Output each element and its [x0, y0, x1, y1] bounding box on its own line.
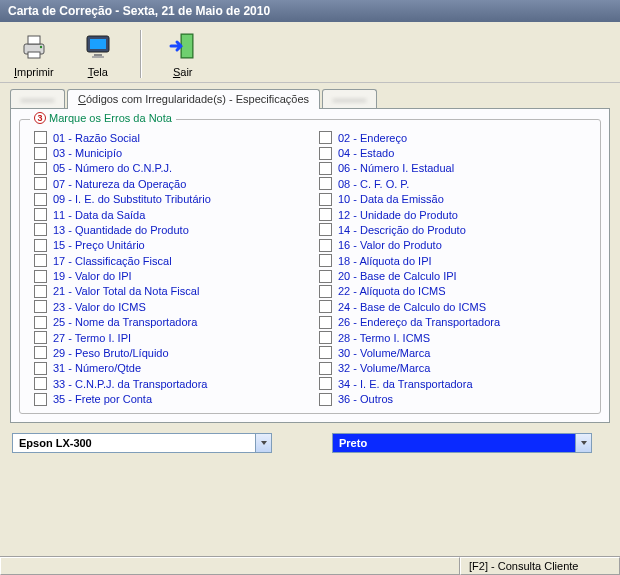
- error-item[interactable]: 36 - Outros: [319, 391, 594, 406]
- checkbox-icon[interactable]: [319, 346, 332, 359]
- checkbox-icon[interactable]: [34, 239, 47, 252]
- error-item[interactable]: 19 - Valor do IPI: [34, 268, 309, 283]
- checkbox-icon[interactable]: [319, 300, 332, 313]
- checkbox-icon[interactable]: [34, 254, 47, 267]
- svg-point-3: [40, 46, 42, 48]
- error-item[interactable]: 11 - Data da Saída: [34, 207, 309, 222]
- checkbox-icon[interactable]: [34, 208, 47, 221]
- error-label: 12 - Unidade do Produto: [338, 209, 458, 221]
- error-item[interactable]: 02 - Endereço: [319, 130, 594, 145]
- checkbox-icon[interactable]: [34, 331, 47, 344]
- checkbox-icon[interactable]: [319, 131, 332, 144]
- checkbox-icon[interactable]: [34, 346, 47, 359]
- checkbox-icon[interactable]: [319, 377, 332, 390]
- error-item[interactable]: 14 - Descrição do Produto: [319, 222, 594, 237]
- checkbox-icon[interactable]: [319, 223, 332, 236]
- chevron-down-icon[interactable]: [575, 434, 591, 452]
- error-item[interactable]: 09 - I. E. do Substituto Tributário: [34, 192, 309, 207]
- color-combo[interactable]: Preto: [332, 433, 592, 453]
- error-item[interactable]: 25 - Nome da Transportadora: [34, 315, 309, 330]
- checkbox-icon[interactable]: [34, 316, 47, 329]
- error-label: 29 - Peso Bruto/Líquido: [53, 347, 169, 359]
- error-item[interactable]: 23 - Valor do ICMS: [34, 299, 309, 314]
- checkbox-icon[interactable]: [319, 177, 332, 190]
- checkbox-icon[interactable]: [319, 285, 332, 298]
- tab-3[interactable]: ———: [322, 89, 377, 108]
- error-item[interactable]: 04 - Estado: [319, 145, 594, 160]
- error-item[interactable]: 10 - Data da Emissão: [319, 192, 594, 207]
- checkbox-icon[interactable]: [34, 177, 47, 190]
- checkbox-icon[interactable]: [319, 208, 332, 221]
- error-item[interactable]: 35 - Frete por Conta: [34, 391, 309, 406]
- error-label: 30 - Volume/Marca: [338, 347, 430, 359]
- checkbox-icon[interactable]: [34, 362, 47, 375]
- statusbar: [F2] - Consulta Cliente: [0, 556, 620, 575]
- svg-rect-9: [182, 35, 192, 57]
- exit-button[interactable]: Sair: [161, 28, 205, 80]
- tab-codes[interactable]: Códigos com Irregularidade(s) - Especifi…: [67, 89, 320, 109]
- error-item[interactable]: 20 - Base de Calculo IPI: [319, 268, 594, 283]
- error-item[interactable]: 24 - Base de Calculo do ICMS: [319, 299, 594, 314]
- chevron-down-icon[interactable]: [255, 434, 271, 452]
- error-label: 23 - Valor do ICMS: [53, 301, 146, 313]
- checkbox-icon[interactable]: [319, 270, 332, 283]
- checkbox-icon[interactable]: [34, 193, 47, 206]
- error-item[interactable]: 30 - Volume/Marca: [319, 345, 594, 360]
- error-item[interactable]: 15 - Preço Unitário: [34, 238, 309, 253]
- error-item[interactable]: 18 - Alíquota do IPI: [319, 253, 594, 268]
- tab-1[interactable]: ———: [10, 89, 65, 108]
- checkbox-icon[interactable]: [319, 331, 332, 344]
- error-item[interactable]: 27 - Termo I. IPI: [34, 330, 309, 345]
- checkbox-icon[interactable]: [34, 285, 47, 298]
- error-label: 17 - Classificação Fiscal: [53, 255, 172, 267]
- error-item[interactable]: 22 - Alíquota do ICMS: [319, 284, 594, 299]
- print-button[interactable]: Imprimir: [8, 28, 60, 80]
- error-item[interactable]: 01 - Razão Social: [34, 130, 309, 145]
- error-item[interactable]: 06 - Número I. Estadual: [319, 161, 594, 176]
- error-item[interactable]: 29 - Peso Bruto/Líquido: [34, 345, 309, 360]
- checkbox-icon[interactable]: [319, 393, 332, 406]
- error-label: 27 - Termo I. IPI: [53, 332, 131, 344]
- exit-icon: [167, 30, 199, 64]
- checkbox-icon[interactable]: [319, 239, 332, 252]
- checkbox-icon[interactable]: [319, 147, 332, 160]
- error-item[interactable]: 08 - C. F. O. P.: [319, 176, 594, 191]
- error-item[interactable]: 21 - Valor Total da Nota Fiscal: [34, 284, 309, 299]
- error-item[interactable]: 03 - Municipío: [34, 145, 309, 160]
- checkbox-icon[interactable]: [34, 223, 47, 236]
- screen-button[interactable]: Tela: [76, 28, 120, 80]
- checkbox-icon[interactable]: [34, 162, 47, 175]
- error-item[interactable]: 16 - Valor do Produto: [319, 238, 594, 253]
- error-item[interactable]: 05 - Número do C.N.P.J.: [34, 161, 309, 176]
- checkbox-icon[interactable]: [319, 254, 332, 267]
- error-item[interactable]: 17 - Classificação Fiscal: [34, 253, 309, 268]
- checkbox-icon[interactable]: [34, 393, 47, 406]
- error-label: 11 - Data da Saída: [53, 209, 145, 221]
- print-label: Imprimir: [14, 66, 54, 78]
- monitor-icon: [82, 30, 114, 64]
- error-item[interactable]: 34 - I. E. da Transportadora: [319, 376, 594, 391]
- checkbox-icon[interactable]: [34, 131, 47, 144]
- checkbox-icon[interactable]: [34, 147, 47, 160]
- error-label: 19 - Valor do IPI: [53, 270, 132, 282]
- error-item[interactable]: 12 - Unidade do Produto: [319, 207, 594, 222]
- error-item[interactable]: 33 - C.N.P.J. da Transportadora: [34, 376, 309, 391]
- error-item[interactable]: 32 - Volume/Marca: [319, 361, 594, 376]
- checkbox-icon[interactable]: [34, 270, 47, 283]
- error-label: 34 - I. E. da Transportadora: [338, 378, 473, 390]
- error-item[interactable]: 07 - Natureza da Operação: [34, 176, 309, 191]
- error-item[interactable]: 31 - Número/Qtde: [34, 361, 309, 376]
- error-label: 10 - Data da Emissão: [338, 193, 444, 205]
- checkbox-icon[interactable]: [319, 316, 332, 329]
- checkbox-icon[interactable]: [34, 300, 47, 313]
- checkbox-icon[interactable]: [319, 162, 332, 175]
- checkbox-icon[interactable]: [319, 362, 332, 375]
- printer-combo[interactable]: Epson LX-300: [12, 433, 272, 453]
- svg-rect-2: [28, 52, 40, 58]
- error-item[interactable]: 13 - Quantidade do Produto: [34, 222, 309, 237]
- error-item[interactable]: 28 - Termo I. ICMS: [319, 330, 594, 345]
- error-item[interactable]: 26 - Endereço da Transportadora: [319, 315, 594, 330]
- error-label: 20 - Base de Calculo IPI: [338, 270, 457, 282]
- checkbox-icon[interactable]: [34, 377, 47, 390]
- checkbox-icon[interactable]: [319, 193, 332, 206]
